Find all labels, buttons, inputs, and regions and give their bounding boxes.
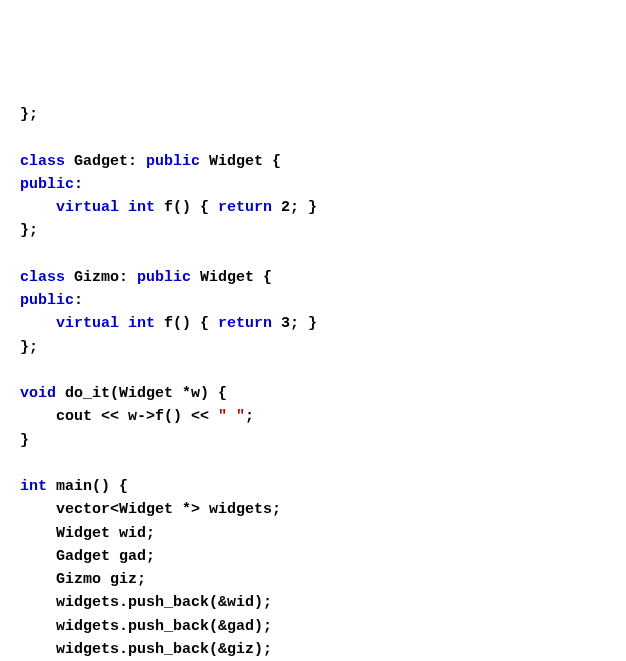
code-text: }; — [20, 222, 38, 239]
code-text: }; — [20, 106, 38, 123]
keyword-int: int — [20, 478, 47, 495]
keyword-return: return — [218, 199, 272, 216]
code-block: }; class Gadget: public Widget { public:… — [20, 103, 606, 661]
keyword-class: class — [20, 269, 65, 286]
code-text: do_it(Widget *w) { — [56, 385, 227, 402]
keyword-public: public — [146, 153, 200, 170]
code-text: main() { — [47, 478, 128, 495]
code-text: cout << w->f() << — [20, 408, 218, 425]
keyword-int: int — [128, 199, 155, 216]
code-text: 3; } — [272, 315, 317, 332]
keyword-public: public — [20, 292, 74, 309]
string-literal: " " — [218, 408, 245, 425]
code-text: f() { — [155, 199, 218, 216]
code-text: widgets.push_back(&wid); — [20, 594, 272, 611]
code-text: ; — [245, 408, 254, 425]
keyword-return: return — [218, 315, 272, 332]
code-text: } — [20, 432, 29, 449]
code-text: Gadget: — [65, 153, 146, 170]
code-indent — [20, 199, 56, 216]
keyword-void: void — [20, 385, 56, 402]
keyword-virtual: virtual — [56, 199, 119, 216]
code-text: : — [74, 292, 83, 309]
keyword-virtual: virtual — [56, 315, 119, 332]
code-text: 2; } — [272, 199, 317, 216]
code-text: f() { — [155, 315, 218, 332]
code-text: Widget { — [191, 269, 272, 286]
code-text: : — [74, 176, 83, 193]
code-text: Gizmo: — [65, 269, 137, 286]
code-indent — [20, 315, 56, 332]
code-text — [119, 315, 128, 332]
code-text: }; — [20, 339, 38, 356]
code-text: Widget wid; — [20, 525, 155, 542]
code-text: Gadget gad; — [20, 548, 155, 565]
keyword-public: public — [20, 176, 74, 193]
code-text: Widget { — [200, 153, 281, 170]
code-text — [119, 199, 128, 216]
code-text: widgets.push_back(&giz); — [20, 641, 272, 658]
keyword-class: class — [20, 153, 65, 170]
keyword-public: public — [137, 269, 191, 286]
code-text: Gizmo giz; — [20, 571, 146, 588]
code-text: widgets.push_back(&gad); — [20, 618, 272, 635]
code-text: vector<Widget *> widgets; — [20, 501, 281, 518]
keyword-int: int — [128, 315, 155, 332]
